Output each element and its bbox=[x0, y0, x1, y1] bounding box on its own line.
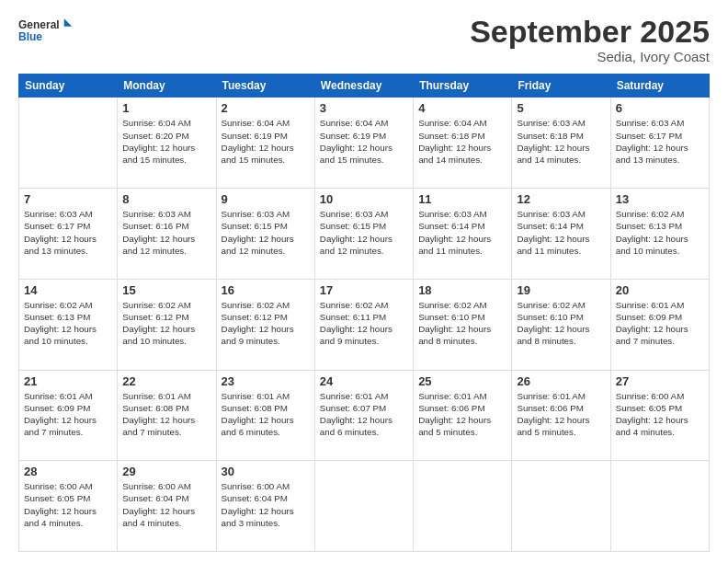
calendar-week-row: 7Sunrise: 6:03 AM Sunset: 6:17 PM Daylig… bbox=[19, 189, 710, 280]
day-info: Sunrise: 6:01 AM Sunset: 6:09 PM Dayligh… bbox=[616, 299, 704, 348]
table-row bbox=[610, 461, 709, 552]
day-number: 4 bbox=[418, 101, 506, 115]
calendar-table: Sunday Monday Tuesday Wednesday Thursday… bbox=[18, 74, 710, 552]
day-number: 28 bbox=[24, 465, 112, 478]
table-row: 17Sunrise: 6:02 AM Sunset: 6:11 PM Dayli… bbox=[314, 279, 413, 370]
day-number: 11 bbox=[418, 192, 506, 206]
table-row: 18Sunrise: 6:02 AM Sunset: 6:10 PM Dayli… bbox=[414, 279, 512, 370]
day-info: Sunrise: 6:03 AM Sunset: 6:15 PM Dayligh… bbox=[222, 208, 310, 257]
table-row: 6Sunrise: 6:03 AM Sunset: 6:17 PM Daylig… bbox=[610, 98, 709, 189]
table-row: 27Sunrise: 6:00 AM Sunset: 6:05 PM Dayli… bbox=[610, 370, 709, 461]
table-row: 29Sunrise: 6:00 AM Sunset: 6:04 PM Dayli… bbox=[118, 461, 216, 552]
day-number: 30 bbox=[222, 465, 310, 478]
table-row: 1Sunrise: 6:04 AM Sunset: 6:20 PM Daylig… bbox=[118, 98, 216, 189]
day-info: Sunrise: 6:03 AM Sunset: 6:18 PM Dayligh… bbox=[517, 117, 605, 166]
day-number: 10 bbox=[320, 192, 408, 206]
day-info: Sunrise: 6:01 AM Sunset: 6:08 PM Dayligh… bbox=[222, 390, 310, 439]
day-number: 1 bbox=[122, 101, 210, 115]
day-number: 16 bbox=[222, 283, 310, 297]
day-number: 17 bbox=[320, 283, 408, 297]
calendar-week-row: 14Sunrise: 6:02 AM Sunset: 6:13 PM Dayli… bbox=[19, 279, 710, 370]
table-row: 8Sunrise: 6:03 AM Sunset: 6:16 PM Daylig… bbox=[118, 189, 216, 280]
day-info: Sunrise: 6:04 AM Sunset: 6:19 PM Dayligh… bbox=[222, 117, 310, 166]
day-info: Sunrise: 6:03 AM Sunset: 6:14 PM Dayligh… bbox=[418, 208, 506, 257]
day-info: Sunrise: 6:03 AM Sunset: 6:17 PM Dayligh… bbox=[24, 208, 112, 257]
col-tuesday: Tuesday bbox=[216, 75, 314, 98]
day-number: 13 bbox=[616, 192, 704, 206]
day-number: 29 bbox=[122, 465, 210, 478]
day-info: Sunrise: 6:02 AM Sunset: 6:12 PM Dayligh… bbox=[122, 299, 210, 348]
table-row bbox=[414, 461, 512, 552]
page: General Blue September 2025 Sedia, Ivory… bbox=[0, 0, 728, 563]
day-info: Sunrise: 6:00 AM Sunset: 6:04 PM Dayligh… bbox=[222, 480, 310, 529]
day-info: Sunrise: 6:02 AM Sunset: 6:11 PM Dayligh… bbox=[320, 299, 408, 348]
day-info: Sunrise: 6:00 AM Sunset: 6:05 PM Dayligh… bbox=[616, 390, 704, 439]
day-number: 14 bbox=[24, 283, 112, 297]
day-info: Sunrise: 6:00 AM Sunset: 6:04 PM Dayligh… bbox=[122, 480, 210, 529]
col-friday: Friday bbox=[512, 75, 610, 98]
calendar-week-row: 28Sunrise: 6:00 AM Sunset: 6:05 PM Dayli… bbox=[19, 461, 710, 552]
table-row: 20Sunrise: 6:01 AM Sunset: 6:09 PM Dayli… bbox=[610, 279, 709, 370]
table-row bbox=[19, 98, 118, 189]
calendar-header-row: Sunday Monday Tuesday Wednesday Thursday… bbox=[19, 75, 710, 98]
title-block: September 2025 Sedia, Ivory Coast bbox=[470, 15, 710, 64]
day-number: 25 bbox=[418, 374, 506, 388]
table-row: 9Sunrise: 6:03 AM Sunset: 6:15 PM Daylig… bbox=[216, 189, 314, 280]
table-row: 23Sunrise: 6:01 AM Sunset: 6:08 PM Dayli… bbox=[216, 370, 314, 461]
day-number: 6 bbox=[616, 101, 704, 115]
table-row: 26Sunrise: 6:01 AM Sunset: 6:06 PM Dayli… bbox=[512, 370, 610, 461]
day-number: 8 bbox=[122, 192, 210, 206]
day-number: 23 bbox=[222, 374, 310, 388]
day-info: Sunrise: 6:03 AM Sunset: 6:15 PM Dayligh… bbox=[320, 208, 408, 257]
col-thursday: Thursday bbox=[414, 75, 512, 98]
table-row: 24Sunrise: 6:01 AM Sunset: 6:07 PM Dayli… bbox=[314, 370, 413, 461]
table-row: 3Sunrise: 6:04 AM Sunset: 6:19 PM Daylig… bbox=[314, 98, 413, 189]
svg-text:Blue: Blue bbox=[18, 30, 42, 43]
day-info: Sunrise: 6:03 AM Sunset: 6:17 PM Dayligh… bbox=[616, 117, 704, 166]
day-info: Sunrise: 6:04 AM Sunset: 6:19 PM Dayligh… bbox=[320, 117, 408, 166]
day-info: Sunrise: 6:03 AM Sunset: 6:14 PM Dayligh… bbox=[517, 208, 605, 257]
table-row: 5Sunrise: 6:03 AM Sunset: 6:18 PM Daylig… bbox=[512, 98, 610, 189]
col-saturday: Saturday bbox=[610, 75, 709, 98]
col-monday: Monday bbox=[118, 75, 216, 98]
table-row bbox=[512, 461, 610, 552]
day-number: 24 bbox=[320, 374, 408, 388]
table-row: 28Sunrise: 6:00 AM Sunset: 6:05 PM Dayli… bbox=[19, 461, 118, 552]
svg-text:General: General bbox=[18, 18, 60, 31]
table-row: 10Sunrise: 6:03 AM Sunset: 6:15 PM Dayli… bbox=[314, 189, 413, 280]
table-row: 14Sunrise: 6:02 AM Sunset: 6:13 PM Dayli… bbox=[19, 279, 118, 370]
day-number: 21 bbox=[24, 374, 112, 388]
day-info: Sunrise: 6:04 AM Sunset: 6:20 PM Dayligh… bbox=[122, 117, 210, 166]
day-number: 18 bbox=[418, 283, 506, 297]
day-info: Sunrise: 6:02 AM Sunset: 6:10 PM Dayligh… bbox=[418, 299, 506, 348]
day-info: Sunrise: 6:02 AM Sunset: 6:12 PM Dayligh… bbox=[222, 299, 310, 348]
table-row: 16Sunrise: 6:02 AM Sunset: 6:12 PM Dayli… bbox=[216, 279, 314, 370]
day-info: Sunrise: 6:04 AM Sunset: 6:18 PM Dayligh… bbox=[418, 117, 506, 166]
day-number: 7 bbox=[24, 192, 112, 206]
svg-marker-2 bbox=[64, 18, 73, 27]
day-number: 27 bbox=[616, 374, 704, 388]
day-number: 5 bbox=[517, 101, 605, 115]
logo-svg: General Blue bbox=[18, 15, 74, 48]
main-title: September 2025 bbox=[470, 15, 710, 49]
day-number: 2 bbox=[222, 101, 310, 115]
day-number: 19 bbox=[517, 283, 605, 297]
day-number: 20 bbox=[616, 283, 704, 297]
subtitle: Sedia, Ivory Coast bbox=[470, 49, 710, 64]
logo: General Blue bbox=[18, 15, 74, 48]
table-row: 2Sunrise: 6:04 AM Sunset: 6:19 PM Daylig… bbox=[216, 98, 314, 189]
table-row bbox=[314, 461, 413, 552]
day-info: Sunrise: 6:00 AM Sunset: 6:05 PM Dayligh… bbox=[24, 480, 112, 529]
table-row: 7Sunrise: 6:03 AM Sunset: 6:17 PM Daylig… bbox=[19, 189, 118, 280]
table-row: 12Sunrise: 6:03 AM Sunset: 6:14 PM Dayli… bbox=[512, 189, 610, 280]
table-row: 30Sunrise: 6:00 AM Sunset: 6:04 PM Dayli… bbox=[216, 461, 314, 552]
day-number: 15 bbox=[122, 283, 210, 297]
table-row: 13Sunrise: 6:02 AM Sunset: 6:13 PM Dayli… bbox=[610, 189, 709, 280]
day-info: Sunrise: 6:01 AM Sunset: 6:06 PM Dayligh… bbox=[418, 390, 506, 439]
table-row: 4Sunrise: 6:04 AM Sunset: 6:18 PM Daylig… bbox=[414, 98, 512, 189]
day-number: 26 bbox=[517, 374, 605, 388]
day-info: Sunrise: 6:01 AM Sunset: 6:06 PM Dayligh… bbox=[517, 390, 605, 439]
day-number: 9 bbox=[222, 192, 310, 206]
table-row: 11Sunrise: 6:03 AM Sunset: 6:14 PM Dayli… bbox=[414, 189, 512, 280]
table-row: 19Sunrise: 6:02 AM Sunset: 6:10 PM Dayli… bbox=[512, 279, 610, 370]
